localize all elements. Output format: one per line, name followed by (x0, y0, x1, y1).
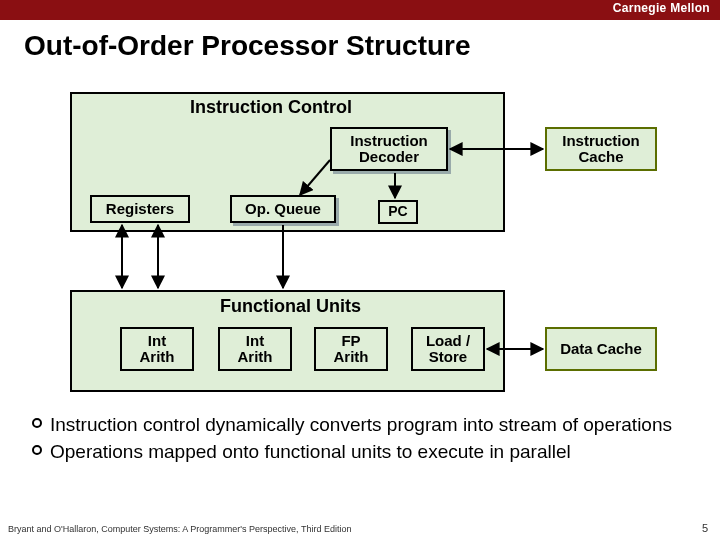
bullet-item: Instruction control dynamically converts… (50, 414, 700, 437)
bullet-item: Operations mapped onto functional units … (50, 441, 700, 464)
bullet-icon (32, 418, 42, 428)
bullet-icon (32, 445, 42, 455)
footer-citation: Bryant and O'Hallaron, Computer Systems:… (8, 524, 351, 534)
bullet-text: Instruction control dynamically converts… (50, 414, 672, 435)
bullet-text: Operations mapped onto functional units … (50, 441, 571, 462)
svg-line-1 (300, 160, 330, 195)
page-number: 5 (702, 522, 708, 534)
bullet-list: Instruction control dynamically converts… (50, 414, 700, 468)
